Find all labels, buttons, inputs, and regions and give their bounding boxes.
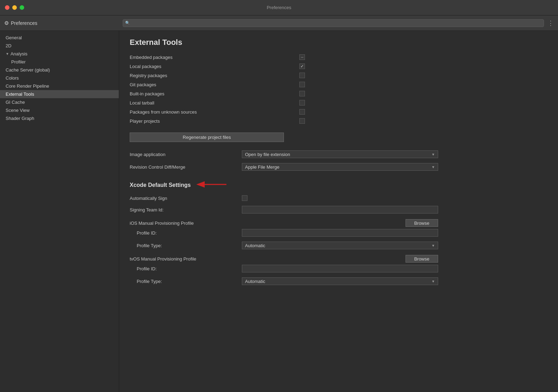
sidebar-item-core-render-pipeline[interactable]: Core Render Pipeline <box>0 82 119 90</box>
auto-sign-checkbox[interactable] <box>242 195 247 201</box>
package-row-builtin: Built-in packages <box>130 89 305 98</box>
sidebar-item-general[interactable]: General <box>0 34 119 42</box>
tvos-profile-type-label: Profile Type: <box>130 279 235 284</box>
chevron-down-icon: ▼ <box>431 153 435 156</box>
package-checkbox-embedded[interactable] <box>299 54 305 60</box>
ios-provisioning-header-row: iOS Manual Provisioning Profile Browse <box>130 219 547 227</box>
ios-profile-type-row: Profile Type: Automatic ▼ <box>130 242 547 249</box>
package-checkbox-builtin[interactable] <box>299 91 305 96</box>
package-row-local: Local packages <box>130 62 305 71</box>
package-checkbox-registry[interactable] <box>299 73 305 78</box>
tvos-provisioning-header-row: tvOS Manual Provisioning Profile Browse <box>130 255 547 263</box>
package-label-registry: Registry packages <box>130 73 167 78</box>
sidebar-item-analysis[interactable]: ▼ Analysis <box>0 50 119 58</box>
auto-sign-label: Automatically Sign <box>130 196 235 201</box>
sidebar-item-scene-view[interactable]: Scene View <box>0 106 119 114</box>
package-label-embedded: Embedded packages <box>130 55 172 60</box>
search-icon: 🔍 <box>125 21 130 25</box>
sidebar-item-shader-graph[interactable]: Shader Graph <box>0 114 119 122</box>
tvos-profile-id-input[interactable] <box>242 265 438 272</box>
sidebar-item-external-tools[interactable]: External Tools <box>0 90 119 98</box>
package-checkbox-unknown[interactable] <box>299 109 305 115</box>
revision-control-label: Revision Control Diff/Merge <box>130 164 235 170</box>
signing-team-input[interactable] <box>242 206 438 214</box>
packages-section: Embedded packages Local packages Registr… <box>130 53 547 126</box>
ios-browse-button[interactable]: Browse <box>406 219 438 227</box>
ios-provisioning-label: iOS Manual Provisioning Profile <box>130 221 235 226</box>
toolbar-title-label: Preferences <box>11 20 37 26</box>
package-label-local: Local packages <box>130 64 161 69</box>
sidebar-item-2d[interactable]: 2D <box>0 42 119 50</box>
signing-team-label: Signing Team Id: <box>130 207 235 212</box>
package-row-player: Player projects <box>130 116 305 126</box>
toolbar-title-area: ⚙ Preferences <box>4 20 37 26</box>
window-title: Preferences <box>267 5 291 10</box>
package-row-embedded: Embedded packages <box>130 53 305 62</box>
revision-control-dropdown[interactable]: Apple File Merge ▼ <box>242 163 438 171</box>
tvos-browse-button[interactable]: Browse <box>406 255 438 263</box>
ios-profile-type-dropdown[interactable]: Automatic ▼ <box>242 242 438 249</box>
package-label-builtin: Built-in packages <box>130 91 164 96</box>
signing-team-row: Signing Team Id: <box>130 206 547 214</box>
package-checkbox-tarball[interactable] <box>299 100 305 106</box>
image-application-row: Image application Open by file extension… <box>130 150 547 158</box>
tvos-provisioning-label: tvOS Manual Provisioning Profile <box>130 256 235 262</box>
content-area: External Tools Embedded packages Local p… <box>119 31 558 392</box>
tvos-profile-type-row: Profile Type: Automatic ▼ <box>130 277 547 285</box>
package-row-unknown: Packages from unknown sources <box>130 107 305 116</box>
chevron-down-icon: ▼ <box>431 279 435 283</box>
package-checkbox-player[interactable] <box>299 118 305 124</box>
sidebar-item-cache-server[interactable]: Cache Server (global) <box>0 66 119 74</box>
auto-sign-row: Automatically Sign <box>130 195 547 201</box>
package-row-git: Git packages <box>130 80 305 89</box>
window-controls <box>5 5 24 10</box>
gear-icon: ⚙ <box>4 20 9 26</box>
chevron-down-icon: ▼ <box>431 165 435 169</box>
package-label-git: Git packages <box>130 82 156 87</box>
package-row-tarball: Local tarball <box>130 98 305 107</box>
chevron-down-icon: ▼ <box>6 52 9 56</box>
package-label-player: Player projects <box>130 119 160 124</box>
tvos-profile-id-label: Profile ID: <box>130 266 235 271</box>
ios-profile-id-label: Profile ID: <box>130 230 235 236</box>
close-button[interactable] <box>5 5 9 10</box>
revision-control-row: Revision Control Diff/Merge Apple File M… <box>130 163 547 171</box>
package-checkbox-git[interactable] <box>299 82 305 87</box>
search-bar[interactable]: 🔍 <box>123 19 544 27</box>
main-layout: General 2D ▼ Analysis Profiler Cache Ser… <box>0 31 558 392</box>
ios-profile-type-label: Profile Type: <box>130 243 235 248</box>
package-checkbox-local[interactable] <box>299 63 305 69</box>
ios-profile-id-row: Profile ID: <box>130 229 547 237</box>
chevron-down-icon: ▼ <box>431 244 435 248</box>
ios-profile-id-input[interactable] <box>242 229 438 237</box>
toolbar: ⚙ Preferences 🔍 ⋮ <box>0 15 558 31</box>
search-input[interactable] <box>131 21 542 26</box>
package-row-registry: Registry packages <box>130 71 305 80</box>
tvos-profile-id-row: Profile ID: <box>130 265 547 272</box>
more-options-icon[interactable]: ⋮ <box>547 19 554 27</box>
sidebar-item-colors[interactable]: Colors <box>0 74 119 82</box>
package-label-tarball: Local tarball <box>130 100 154 106</box>
image-application-dropdown[interactable]: Open by file extension ▼ <box>242 150 438 158</box>
minimize-button[interactable] <box>12 5 17 10</box>
sidebar: General 2D ▼ Analysis Profiler Cache Ser… <box>0 31 119 392</box>
regenerate-button[interactable]: Regenerate project files <box>130 133 284 142</box>
sidebar-item-gi-cache[interactable]: GI Cache <box>0 98 119 106</box>
tvos-profile-type-dropdown[interactable]: Automatic ▼ <box>242 277 438 285</box>
maximize-button[interactable] <box>20 5 24 10</box>
page-title: External Tools <box>130 38 547 47</box>
package-label-unknown: Packages from unknown sources <box>130 109 197 115</box>
image-application-label: Image application <box>130 152 235 157</box>
xcode-section-title: Xcode Default Settings <box>130 179 547 191</box>
sidebar-item-profiler[interactable]: Profiler <box>0 58 119 66</box>
tvos-provisioning-section: tvOS Manual Provisioning Profile Browse … <box>130 255 547 285</box>
ios-provisioning-section: iOS Manual Provisioning Profile Browse P… <box>130 219 547 249</box>
title-bar: Preferences <box>0 0 558 15</box>
annotation-arrow <box>195 179 230 191</box>
